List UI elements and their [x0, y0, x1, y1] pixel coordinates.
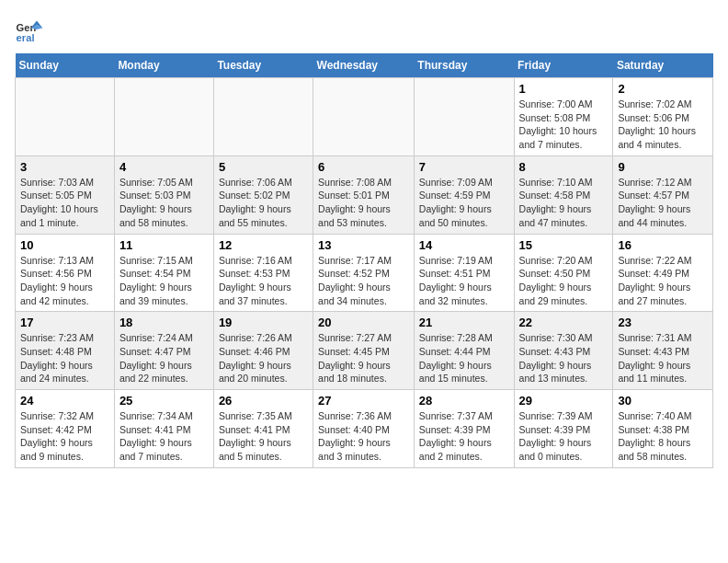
day-info: Sunrise: 7:30 AM Sunset: 4:43 PM Dayligh… [519, 331, 609, 385]
calendar-cell: 1Sunrise: 7:00 AM Sunset: 5:08 PM Daylig… [514, 78, 613, 156]
logo: Gen eral [15, 15, 48, 44]
day-info: Sunrise: 7:37 AM Sunset: 4:39 PM Dayligh… [419, 409, 509, 464]
calendar-cell [213, 78, 313, 156]
day-number: 17 [20, 316, 109, 329]
day-info: Sunrise: 7:27 AM Sunset: 4:45 PM Dayligh… [318, 331, 409, 385]
calendar-cell: 3Sunrise: 7:03 AM Sunset: 5:05 PM Daylig… [16, 155, 115, 234]
day-info: Sunrise: 7:40 AM Sunset: 4:38 PM Dayligh… [618, 409, 708, 464]
day-info: Sunrise: 7:06 AM Sunset: 5:02 PM Dayligh… [219, 176, 308, 230]
day-info: Sunrise: 7:08 AM Sunset: 5:01 PM Dayligh… [318, 176, 409, 230]
weekday-header-sunday: Sunday [16, 53, 115, 78]
day-number: 2 [618, 82, 708, 96]
calendar-cell: 23Sunrise: 7:31 AM Sunset: 4:43 PM Dayli… [613, 312, 713, 390]
day-number: 6 [318, 160, 409, 174]
day-info: Sunrise: 7:09 AM Sunset: 4:59 PM Dayligh… [419, 176, 509, 230]
weekday-header-monday: Monday [114, 53, 213, 78]
day-info: Sunrise: 7:23 AM Sunset: 4:48 PM Dayligh… [20, 331, 109, 385]
day-number: 13 [318, 238, 409, 252]
calendar-cell: 14Sunrise: 7:19 AM Sunset: 4:51 PM Dayli… [414, 234, 514, 312]
day-number: 23 [618, 316, 708, 329]
week-row-1: 1Sunrise: 7:00 AM Sunset: 5:08 PM Daylig… [16, 78, 713, 156]
day-info: Sunrise: 7:02 AM Sunset: 5:06 PM Dayligh… [618, 98, 708, 152]
calendar-cell: 7Sunrise: 7:09 AM Sunset: 4:59 PM Daylig… [414, 155, 514, 234]
weekday-header-tuesday: Tuesday [213, 53, 313, 78]
calendar-cell [16, 78, 115, 156]
svg-text:eral: eral [17, 32, 35, 43]
day-info: Sunrise: 7:35 AM Sunset: 4:41 PM Dayligh… [219, 409, 308, 464]
day-info: Sunrise: 7:24 AM Sunset: 4:47 PM Dayligh… [119, 331, 209, 385]
calendar-cell: 28Sunrise: 7:37 AM Sunset: 4:39 PM Dayli… [414, 390, 514, 468]
day-info: Sunrise: 7:22 AM Sunset: 4:49 PM Dayligh… [618, 254, 708, 308]
day-info: Sunrise: 7:36 AM Sunset: 4:40 PM Dayligh… [318, 409, 409, 464]
calendar-cell: 25Sunrise: 7:34 AM Sunset: 4:41 PM Dayli… [114, 390, 213, 468]
day-number: 16 [618, 238, 708, 252]
week-row-3: 10Sunrise: 7:13 AM Sunset: 4:56 PM Dayli… [16, 234, 713, 312]
calendar-cell: 11Sunrise: 7:15 AM Sunset: 4:54 PM Dayli… [114, 234, 213, 312]
weekday-header-thursday: Thursday [414, 53, 514, 78]
weekday-header-saturday: Saturday [613, 53, 713, 78]
logo-icon: Gen eral [15, 15, 44, 44]
calendar-cell: 18Sunrise: 7:24 AM Sunset: 4:47 PM Dayli… [114, 312, 213, 390]
calendar-cell: 21Sunrise: 7:28 AM Sunset: 4:44 PM Dayli… [414, 312, 514, 390]
week-row-5: 24Sunrise: 7:32 AM Sunset: 4:42 PM Dayli… [16, 390, 713, 468]
day-number: 4 [119, 160, 209, 174]
calendar-cell: 19Sunrise: 7:26 AM Sunset: 4:46 PM Dayli… [213, 312, 313, 390]
day-number: 12 [219, 238, 308, 252]
weekday-header-wednesday: Wednesday [313, 53, 415, 78]
day-info: Sunrise: 7:26 AM Sunset: 4:46 PM Dayligh… [219, 331, 308, 385]
day-number: 29 [519, 394, 609, 408]
day-info: Sunrise: 7:17 AM Sunset: 4:52 PM Dayligh… [318, 254, 409, 308]
day-number: 8 [519, 160, 609, 174]
calendar-cell: 12Sunrise: 7:16 AM Sunset: 4:53 PM Dayli… [213, 234, 313, 312]
calendar-cell: 22Sunrise: 7:30 AM Sunset: 4:43 PM Dayli… [514, 312, 613, 390]
weekday-header-row: SundayMondayTuesdayWednesdayThursdayFrid… [16, 53, 713, 78]
day-info: Sunrise: 7:00 AM Sunset: 5:08 PM Dayligh… [519, 98, 609, 152]
day-number: 10 [20, 238, 109, 252]
day-number: 26 [219, 394, 308, 408]
calendar-cell: 4Sunrise: 7:05 AM Sunset: 5:03 PM Daylig… [114, 155, 213, 234]
calendar-cell: 9Sunrise: 7:12 AM Sunset: 4:57 PM Daylig… [613, 155, 713, 234]
day-number: 7 [419, 160, 509, 174]
day-number: 15 [519, 238, 609, 252]
day-number: 21 [419, 316, 509, 329]
day-info: Sunrise: 7:28 AM Sunset: 4:44 PM Dayligh… [419, 331, 509, 385]
day-info: Sunrise: 7:16 AM Sunset: 4:53 PM Dayligh… [219, 254, 308, 308]
calendar-table: SundayMondayTuesdayWednesdayThursdayFrid… [15, 53, 713, 468]
day-number: 22 [519, 316, 609, 329]
day-info: Sunrise: 7:31 AM Sunset: 4:43 PM Dayligh… [618, 331, 708, 385]
day-info: Sunrise: 7:39 AM Sunset: 4:39 PM Dayligh… [519, 409, 609, 464]
calendar-cell: 6Sunrise: 7:08 AM Sunset: 5:01 PM Daylig… [313, 155, 415, 234]
day-info: Sunrise: 7:20 AM Sunset: 4:50 PM Dayligh… [519, 254, 609, 308]
day-info: Sunrise: 7:34 AM Sunset: 4:41 PM Dayligh… [119, 409, 209, 464]
day-info: Sunrise: 7:15 AM Sunset: 4:54 PM Dayligh… [119, 254, 209, 308]
calendar-cell: 24Sunrise: 7:32 AM Sunset: 4:42 PM Dayli… [16, 390, 115, 468]
day-info: Sunrise: 7:10 AM Sunset: 4:58 PM Dayligh… [519, 176, 609, 230]
day-info: Sunrise: 7:03 AM Sunset: 5:05 PM Dayligh… [20, 176, 109, 230]
day-number: 28 [419, 394, 509, 408]
calendar-cell: 5Sunrise: 7:06 AM Sunset: 5:02 PM Daylig… [213, 155, 313, 234]
calendar-cell: 15Sunrise: 7:20 AM Sunset: 4:50 PM Dayli… [514, 234, 613, 312]
day-number: 18 [119, 316, 209, 329]
week-row-2: 3Sunrise: 7:03 AM Sunset: 5:05 PM Daylig… [16, 155, 713, 234]
day-number: 24 [20, 394, 109, 408]
day-number: 14 [419, 238, 509, 252]
day-number: 9 [618, 160, 708, 174]
day-number: 1 [519, 82, 609, 96]
calendar-cell: 16Sunrise: 7:22 AM Sunset: 4:49 PM Dayli… [613, 234, 713, 312]
calendar-cell: 30Sunrise: 7:40 AM Sunset: 4:38 PM Dayli… [613, 390, 713, 468]
day-number: 27 [318, 394, 409, 408]
weekday-header-friday: Friday [514, 53, 613, 78]
calendar-cell: 17Sunrise: 7:23 AM Sunset: 4:48 PM Dayli… [16, 312, 115, 390]
week-row-4: 17Sunrise: 7:23 AM Sunset: 4:48 PM Dayli… [16, 312, 713, 390]
day-number: 30 [618, 394, 708, 408]
calendar-cell: 27Sunrise: 7:36 AM Sunset: 4:40 PM Dayli… [313, 390, 415, 468]
day-number: 25 [119, 394, 209, 408]
calendar-cell [313, 78, 415, 156]
day-number: 20 [318, 316, 409, 329]
calendar-cell [414, 78, 514, 156]
day-number: 3 [20, 160, 109, 174]
calendar-cell: 20Sunrise: 7:27 AM Sunset: 4:45 PM Dayli… [313, 312, 415, 390]
page-header: Gen eral [15, 15, 713, 44]
calendar-cell: 29Sunrise: 7:39 AM Sunset: 4:39 PM Dayli… [514, 390, 613, 468]
day-info: Sunrise: 7:32 AM Sunset: 4:42 PM Dayligh… [20, 409, 109, 464]
